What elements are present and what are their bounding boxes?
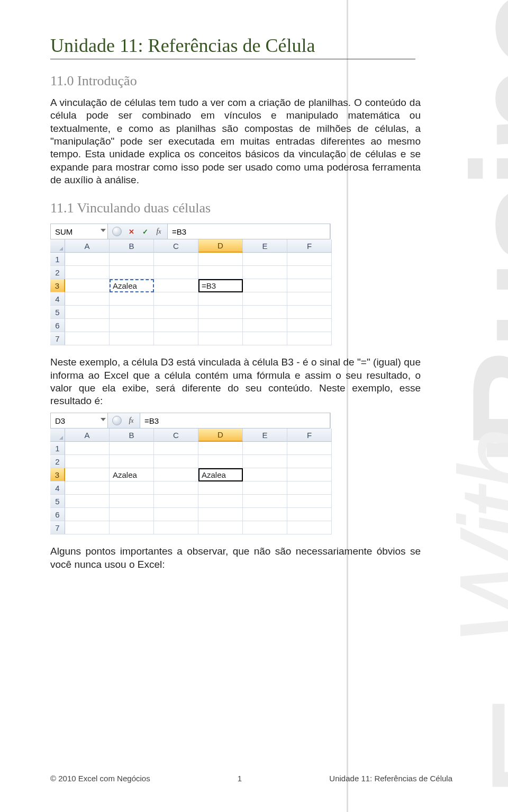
cell[interactable] <box>154 481 198 495</box>
cell[interactable] <box>198 292 243 306</box>
cell[interactable] <box>110 319 154 332</box>
cell[interactable] <box>65 332 110 345</box>
cell[interactable] <box>65 319 110 332</box>
cell[interactable] <box>287 521 332 534</box>
cell[interactable] <box>65 481 110 495</box>
row-2[interactable]: 2 <box>50 455 65 468</box>
cell[interactable] <box>65 455 110 468</box>
cell[interactable] <box>65 292 110 306</box>
col-B[interactable]: B <box>110 429 154 442</box>
col-C[interactable]: C <box>154 429 198 442</box>
col-A[interactable]: A <box>65 239 110 253</box>
cell[interactable] <box>154 521 198 534</box>
cell[interactable] <box>110 306 154 319</box>
cell[interactable] <box>65 495 110 508</box>
cell[interactable] <box>110 266 154 279</box>
cell[interactable] <box>243 481 287 495</box>
cell[interactable] <box>154 468 198 481</box>
cell[interactable] <box>65 442 110 455</box>
cell[interactable] <box>243 292 287 306</box>
cell[interactable] <box>154 319 198 332</box>
cell[interactable] <box>243 495 287 508</box>
cancel-icon[interactable]: ✕ <box>127 227 135 236</box>
row-7[interactable]: 7 <box>50 521 65 534</box>
cell[interactable] <box>110 521 154 534</box>
cell[interactable] <box>243 508 287 521</box>
cell[interactable] <box>287 468 332 481</box>
cell[interactable] <box>65 253 110 266</box>
cell[interactable] <box>110 481 154 495</box>
cell[interactable] <box>65 306 110 319</box>
cell[interactable] <box>110 508 154 521</box>
cell[interactable] <box>243 279 287 292</box>
cell[interactable] <box>110 253 154 266</box>
cell[interactable] <box>243 455 287 468</box>
row-4[interactable]: 4 <box>50 292 65 306</box>
row-2[interactable]: 2 <box>50 266 65 279</box>
cell[interactable] <box>110 442 154 455</box>
select-all-corner[interactable] <box>50 239 65 253</box>
cell[interactable] <box>198 495 243 508</box>
expand-icon[interactable] <box>112 416 122 425</box>
cell[interactable] <box>287 292 332 306</box>
row-5[interactable]: 5 <box>50 306 65 319</box>
row-5[interactable]: 5 <box>50 495 65 508</box>
select-all-corner[interactable] <box>50 429 65 442</box>
cell-D3-active[interactable]: =B3 <box>198 279 243 292</box>
cell[interactable] <box>287 279 332 292</box>
name-box-dropdown-icon[interactable] <box>101 418 106 421</box>
row-7[interactable]: 7 <box>50 332 65 345</box>
cell[interactable] <box>154 253 198 266</box>
cell[interactable] <box>65 468 110 481</box>
cell[interactable] <box>198 306 243 319</box>
col-D[interactable]: D <box>198 429 243 442</box>
col-D[interactable]: D <box>198 239 243 253</box>
cell[interactable] <box>243 521 287 534</box>
name-box[interactable]: D3 <box>51 413 108 428</box>
cell[interactable] <box>243 253 287 266</box>
cell[interactable] <box>287 442 332 455</box>
cell[interactable] <box>154 495 198 508</box>
col-F[interactable]: F <box>287 239 332 253</box>
row-4[interactable]: 4 <box>50 481 65 495</box>
cell[interactable] <box>65 521 110 534</box>
row-1[interactable]: 1 <box>50 442 65 455</box>
row-6[interactable]: 6 <box>50 319 65 332</box>
cell[interactable] <box>198 332 243 345</box>
cell[interactable] <box>154 455 198 468</box>
col-C[interactable]: C <box>154 239 198 253</box>
cell[interactable] <box>287 495 332 508</box>
cell[interactable] <box>198 266 243 279</box>
row-3[interactable]: 3 <box>50 279 65 292</box>
cell[interactable] <box>65 266 110 279</box>
cell[interactable] <box>198 455 243 468</box>
name-box[interactable]: SUM <box>51 224 108 239</box>
cell[interactable] <box>198 253 243 266</box>
cell[interactable] <box>198 481 243 495</box>
cell[interactable] <box>243 266 287 279</box>
col-E[interactable]: E <box>243 239 287 253</box>
cell[interactable] <box>287 508 332 521</box>
cell[interactable] <box>154 292 198 306</box>
cell[interactable] <box>154 442 198 455</box>
cell[interactable] <box>287 332 332 345</box>
name-box-dropdown-icon[interactable] <box>101 229 106 232</box>
cell[interactable] <box>243 442 287 455</box>
row-6[interactable]: 6 <box>50 508 65 521</box>
cell[interactable] <box>65 508 110 521</box>
row-3[interactable]: 3 <box>50 468 65 481</box>
cell[interactable] <box>110 292 154 306</box>
cell[interactable] <box>287 306 332 319</box>
col-A[interactable]: A <box>65 429 110 442</box>
col-B[interactable]: B <box>110 239 154 253</box>
expand-icon[interactable] <box>112 227 122 236</box>
cell[interactable] <box>110 495 154 508</box>
cell[interactable] <box>198 319 243 332</box>
cell[interactable] <box>287 319 332 332</box>
fx-icon[interactable]: fx <box>127 416 135 425</box>
formula-input[interactable]: =B3 <box>140 413 330 428</box>
enter-icon[interactable]: ✓ <box>141 227 149 236</box>
cell[interactable] <box>287 455 332 468</box>
cell[interactable] <box>65 279 110 292</box>
cell-B3[interactable]: Azalea <box>110 279 154 292</box>
